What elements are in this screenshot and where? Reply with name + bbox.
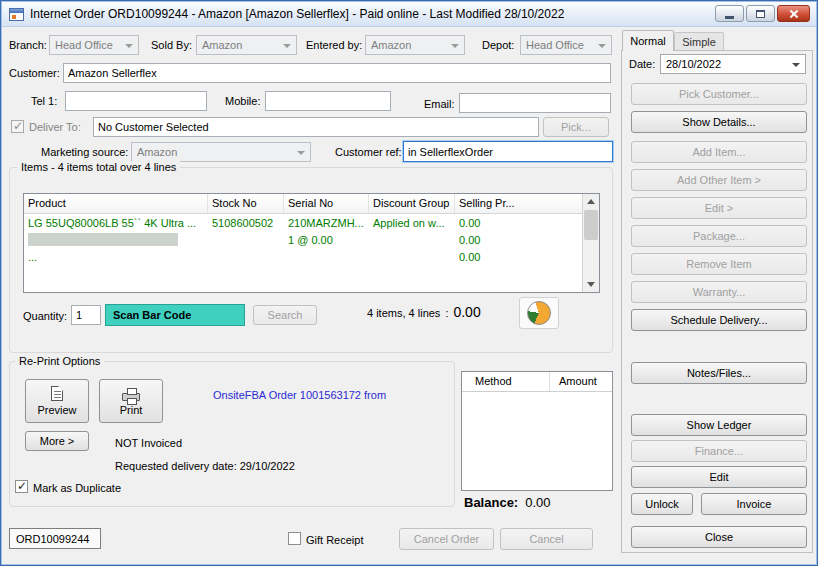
- gift-receipt-checkbox[interactable]: [288, 532, 301, 545]
- table-row[interactable]: ... 0.00: [24, 248, 582, 265]
- search-button[interactable]: Search: [253, 305, 317, 325]
- margin-pie-button[interactable]: [519, 297, 559, 329]
- print-button-label: Print: [120, 404, 143, 416]
- entered-by-combo[interactable]: Amazon: [365, 35, 465, 55]
- more-button[interactable]: More >: [25, 431, 89, 451]
- quantity-label: Quantity:: [23, 309, 67, 323]
- items-summary-text: 4 items, 4 lines: [367, 307, 440, 319]
- customer-ref-input[interactable]: in SellerflexOrder: [403, 141, 613, 162]
- package-button[interactable]: Package...: [631, 225, 807, 247]
- items-group-title: Items - 4 items total over 4 lines: [17, 161, 180, 174]
- balance-value: 0.00: [525, 495, 550, 510]
- customer-field[interactable]: Amazon Sellerflex: [63, 63, 611, 83]
- table-row[interactable]: LG 55UQ80006LB 55`` 4K Ultra ... 5108600…: [24, 214, 582, 231]
- column-header-product[interactable]: Product: [24, 194, 208, 214]
- close-button[interactable]: Close: [631, 526, 807, 548]
- tel-field[interactable]: [65, 91, 207, 111]
- scroll-down-icon[interactable]: [583, 277, 599, 292]
- deliver-to-label: Deliver To:: [29, 120, 81, 134]
- cell-product: LG 55UQ80006LB 55`` 4K Ultra ...: [24, 217, 208, 229]
- unlock-button[interactable]: Unlock: [631, 493, 693, 515]
- deliver-to-field[interactable]: No Customer Selected: [93, 117, 539, 137]
- gift-receipt-label: Gift Receipt: [306, 533, 363, 547]
- branch-combo[interactable]: Head Office: [49, 35, 139, 55]
- preview-button-label: Preview: [37, 404, 76, 416]
- mark-duplicate-checkbox[interactable]: [15, 480, 28, 493]
- scan-bar-code-field[interactable]: Scan Bar Code: [105, 304, 245, 326]
- add-other-item-button[interactable]: Add Other Item >: [631, 169, 807, 191]
- tab-normal[interactable]: Normal: [622, 30, 674, 51]
- cell-selling-price: 0.00: [455, 251, 582, 263]
- warranty-button[interactable]: Warranty...: [631, 281, 807, 303]
- chevron-down-icon: [792, 63, 800, 67]
- edit-item-button[interactable]: Edit >: [631, 197, 807, 219]
- close-window-button[interactable]: [777, 5, 810, 22]
- app-icon: [9, 8, 24, 21]
- finance-button[interactable]: Finance...: [631, 440, 807, 462]
- show-ledger-button[interactable]: Show Ledger: [631, 414, 807, 436]
- pick-button[interactable]: Pick...: [543, 117, 609, 137]
- cell-selling-price: 0.00: [455, 234, 582, 246]
- print-button[interactable]: Print: [99, 379, 163, 423]
- branch-label: Branch:: [9, 38, 47, 52]
- marketing-source-label: Marketing source:: [41, 145, 128, 159]
- sold-by-combo[interactable]: Amazon: [196, 35, 297, 55]
- document-icon: [51, 386, 63, 401]
- title-bar: Internet Order ORD10099244 - Amazon [Ama…: [2, 2, 816, 27]
- date-combo[interactable]: 28/10/2022: [660, 54, 806, 74]
- window-controls: [715, 5, 810, 22]
- requested-delivery-text: Requested delivery date: 29/10/2022: [115, 459, 295, 473]
- items-summary: 4 items, 4 lines : 0.00: [367, 304, 481, 320]
- show-details-button[interactable]: Show Details...: [631, 111, 807, 133]
- remove-item-button[interactable]: Remove Item: [631, 253, 807, 275]
- cell-discount-group: Applied on w...: [369, 217, 455, 229]
- reprint-group-title: Re-Print Options: [15, 355, 104, 368]
- tab-simple[interactable]: Simple: [674, 32, 724, 51]
- quantity-stepper[interactable]: 1: [71, 305, 101, 325]
- preview-button[interactable]: Preview: [25, 379, 89, 423]
- chevron-down-icon: [451, 44, 459, 48]
- items-scrollbar[interactable]: [582, 194, 599, 292]
- notes-files-button[interactable]: Notes/Files...: [631, 362, 807, 384]
- items-table: Product Stock No Serial No Discount Grou…: [23, 193, 600, 293]
- marketing-source-combo[interactable]: Amazon: [131, 142, 311, 162]
- chevron-down-icon: [125, 44, 133, 48]
- customer-ref-label: Customer ref:: [335, 145, 402, 159]
- payments-amount-header: Amount: [550, 372, 612, 391]
- chevron-down-icon: [297, 151, 305, 155]
- sold-by-value: Amazon: [202, 39, 242, 51]
- cell-stock-no: 5108600502: [208, 217, 284, 229]
- branch-value: Head Office: [55, 39, 113, 51]
- source-order-link[interactable]: OnsiteFBA Order 1001563172 from: [213, 389, 386, 401]
- depot-value: Head Office: [526, 39, 584, 51]
- table-row[interactable]: 1 @ 0.00 0.00: [24, 231, 582, 248]
- window-title: Internet Order ORD10099244 - Amazon [Ama…: [30, 7, 564, 21]
- deliver-to-checkbox[interactable]: [11, 120, 24, 133]
- cancel-order-button[interactable]: Cancel Order: [399, 528, 494, 550]
- column-header-discount-group[interactable]: Discount Group: [369, 194, 455, 214]
- column-header-selling-price[interactable]: Selling Pr...: [455, 194, 582, 214]
- mark-duplicate-label: Mark as Duplicate: [33, 481, 121, 495]
- mobile-field[interactable]: [265, 91, 391, 111]
- minimize-icon: [725, 16, 734, 19]
- pie-chart-icon: [527, 301, 551, 325]
- add-item-button[interactable]: Add Item...: [631, 141, 807, 163]
- email-field[interactable]: [459, 93, 611, 113]
- customer-label: Customer:: [9, 66, 60, 80]
- column-header-serial-no[interactable]: Serial No: [284, 194, 369, 214]
- scrollbar-thumb[interactable]: [584, 210, 598, 240]
- schedule-delivery-button[interactable]: Schedule Delivery...: [631, 309, 807, 331]
- edit-button[interactable]: Edit: [631, 466, 807, 488]
- scroll-up-icon[interactable]: [583, 194, 599, 209]
- minimize-button[interactable]: [715, 5, 744, 22]
- chevron-down-icon: [283, 44, 291, 48]
- depot-combo[interactable]: Head Office: [520, 35, 612, 55]
- invoice-button[interactable]: Invoice: [701, 493, 807, 515]
- maximize-button[interactable]: [746, 5, 775, 22]
- date-value: 28/10/2022: [666, 58, 721, 70]
- column-header-stock-no[interactable]: Stock No: [208, 194, 284, 214]
- cancel-button[interactable]: Cancel: [500, 528, 593, 550]
- pick-customer-button[interactable]: Pick Customer...: [631, 83, 807, 105]
- email-label: Email:: [424, 97, 455, 111]
- cell-serial-no: 1 @ 0.00: [284, 234, 369, 246]
